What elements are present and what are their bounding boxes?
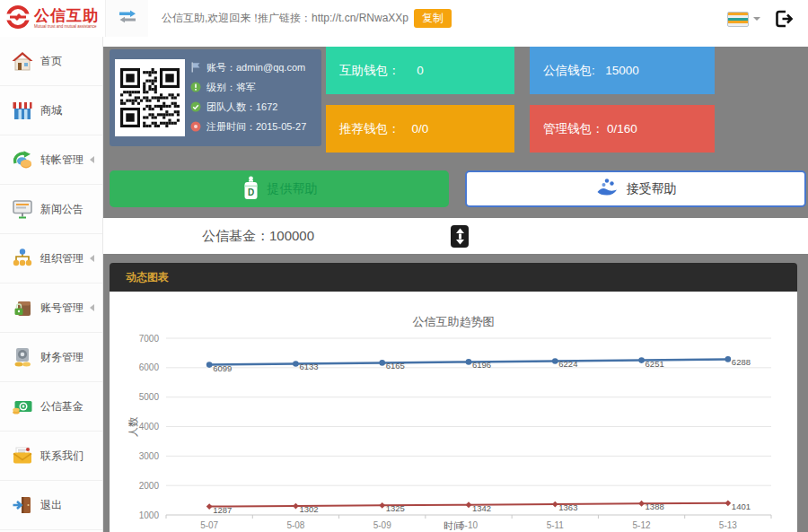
chevron-down-icon[interactable] (753, 17, 760, 21)
svg-text:1388: 1388 (646, 501, 664, 511)
submenu-caret-icon (90, 255, 94, 262)
svg-text:3000: 3000 (139, 451, 160, 461)
account-card: 账号：admin@qq.com 级别：将军 (110, 49, 321, 146)
sidebar-item-label: 退出 (40, 498, 62, 513)
level-icon (190, 82, 201, 92)
svg-text:6099: 6099 (213, 363, 232, 373)
wallet-card-manage: 管理钱包：0/160 (530, 105, 715, 153)
accept-help-button[interactable]: 接受帮助 (465, 170, 806, 207)
flag-icon (190, 62, 201, 73)
svg-text:2000: 2000 (139, 481, 160, 491)
svg-text:5-12: 5-12 (633, 520, 651, 530)
scroll-updown-icon[interactable] (451, 225, 469, 248)
svg-text:6000: 6000 (139, 362, 160, 372)
submenu-caret-icon (90, 304, 94, 311)
svg-text:1342: 1342 (472, 503, 491, 513)
svg-text:6196: 6196 (472, 360, 491, 370)
content-top-strip (103, 37, 808, 47)
svg-text:5-09: 5-09 (373, 520, 391, 530)
trend-chart: 公信互助趋势图10002000300040005000600070005-075… (110, 292, 797, 532)
qr-code (115, 59, 185, 136)
svg-text:1287: 1287 (213, 505, 232, 515)
collapse-arrows-icon (119, 10, 136, 27)
logo-tagline: Mutual trust and mutual assistance (34, 25, 99, 30)
sidebar-item-label: 新闻公告 (40, 202, 83, 217)
sidebar-item-label: 组织管理 (40, 251, 83, 266)
wallet-card-referral: 推荐钱包：0/0 (326, 105, 514, 153)
logo-title: 公信互助 (34, 8, 99, 23)
svg-text:1302: 1302 (299, 504, 318, 514)
sidebar-toggle-button[interactable] (106, 0, 148, 37)
news-icon (11, 197, 34, 221)
logo-icon (5, 4, 31, 33)
copy-button[interactable]: 复制 (414, 9, 452, 28)
svg-text:4000: 4000 (139, 422, 160, 432)
sidebar-item-label: 财务管理 (40, 350, 83, 365)
chart-panel-header: 动态图表 (110, 263, 797, 292)
svg-text:6133: 6133 (299, 362, 318, 371)
svg-text:5-11: 5-11 (547, 520, 565, 530)
organization-icon (11, 247, 34, 270)
svg-text:5-08: 5-08 (286, 520, 304, 530)
finance-icon (11, 345, 34, 369)
contact-icon (11, 444, 34, 467)
fund-icon (11, 395, 34, 418)
svg-text:6288: 6288 (732, 357, 751, 367)
svg-text:D: D (247, 187, 253, 196)
mall-icon (11, 99, 34, 122)
sidebar-item-label: 公信基金 (40, 399, 83, 414)
logout-icon[interactable] (774, 9, 794, 29)
team-icon (190, 101, 201, 112)
fund-amount-text: 公信基金：100000 (202, 218, 314, 254)
wallet-card-trust: 公信钱包:15000 (530, 47, 715, 94)
home-icon (11, 49, 34, 73)
svg-text:5000: 5000 (139, 392, 160, 402)
sidebar-item-mall[interactable]: 商城 (0, 86, 102, 135)
sidebar-item-label: 账号管理 (40, 301, 83, 316)
svg-text:5-13: 5-13 (719, 520, 737, 530)
donation-jar-icon: D (242, 176, 260, 203)
fund-bar: 公信基金：100000 (103, 218, 808, 254)
svg-text:5-07: 5-07 (200, 520, 218, 530)
svg-text:1363: 1363 (558, 502, 577, 512)
sidebar-item-fund[interactable]: 公信基金 (0, 382, 102, 432)
welcome-text: 公信互助,欢迎回来！ (162, 0, 261, 37)
language-flag-icon[interactable] (727, 12, 749, 27)
account-icon (11, 296, 34, 319)
transfer-icon (11, 148, 34, 171)
sidebar-item-transfer[interactable]: 转帐管理 (0, 135, 102, 185)
sidebar-item-logout[interactable]: 退出 (0, 481, 102, 530)
svg-text:时间: 时间 (444, 520, 463, 531)
sidebar-item-account[interactable]: 账号管理 (0, 283, 102, 333)
sidebar-item-label: 联系我们 (40, 449, 83, 464)
account-row-register: 注册时间：2015-05-27 (190, 117, 306, 136)
svg-text:人数: 人数 (127, 417, 138, 437)
main-content: 账号：admin@qq.com 级别：将军 (103, 37, 808, 532)
svg-text:公信互助趋势图: 公信互助趋势图 (413, 315, 495, 328)
account-row-username: 账号：admin@qq.com (190, 57, 306, 77)
svg-text:6251: 6251 (646, 359, 664, 369)
chart-panel: 动态图表 公信互助趋势图1000200030004000500060007000… (110, 263, 797, 532)
sidebar-item-organization[interactable]: 组织管理 (0, 234, 102, 283)
promo-link-text: 推广链接：http://t.cn/RNwaXXp (258, 0, 408, 37)
account-row-team: 团队人数：1672 (190, 97, 306, 117)
sidebar-item-contact[interactable]: 联系我们 (0, 432, 102, 481)
hand-coins-icon (595, 178, 619, 201)
svg-text:1000: 1000 (139, 510, 160, 520)
sidebar: 首页 商城 (0, 37, 103, 532)
svg-text:6165: 6165 (386, 361, 405, 371)
sidebar-item-finance[interactable]: 财务管理 (0, 333, 102, 382)
sidebar-item-home[interactable]: 首页 (0, 37, 102, 86)
account-row-level: 级别：将军 (190, 77, 306, 97)
provide-help-button[interactable]: D 提供帮助 (110, 170, 449, 207)
sidebar-item-label: 商城 (40, 103, 62, 118)
sidebar-item-label: 首页 (40, 54, 62, 69)
register-icon (190, 121, 201, 132)
wallet-card-mutual: 互助钱包：0 (326, 47, 514, 94)
sidebar-item-news[interactable]: 新闻公告 (0, 185, 102, 234)
svg-text:1325: 1325 (386, 503, 405, 513)
sidebar-item-label: 转帐管理 (40, 153, 83, 168)
svg-text:1401: 1401 (732, 501, 751, 511)
top-navbar: 公信互助 Mutual trust and mutual assistance … (0, 0, 808, 38)
exit-icon (11, 493, 34, 517)
